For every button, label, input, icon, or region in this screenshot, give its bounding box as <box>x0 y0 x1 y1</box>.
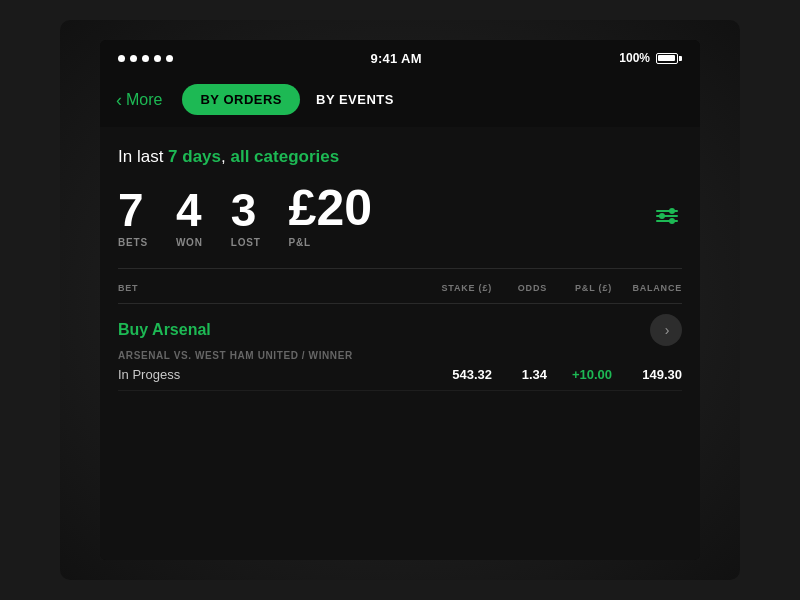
col-header-stake: STAKE (£) <box>412 277 492 295</box>
th-bet: BET <box>118 283 138 293</box>
col-header-odds: ODDS <box>492 277 547 295</box>
bet-pnl-value: +10.00 <box>547 367 612 382</box>
bet-balance-value: 149.30 <box>612 367 682 382</box>
bet-expand-button[interactable]: › <box>650 314 682 346</box>
status-bar: 9:41 AM 100% <box>100 40 700 76</box>
tab-by-orders[interactable]: BY ORDERS <box>182 84 300 115</box>
signal-dot-4 <box>154 55 161 62</box>
stat-lost-label: LOST <box>231 237 261 248</box>
filter-line-2 <box>656 215 678 217</box>
signal-dots <box>118 55 173 62</box>
filter-line-3 <box>656 220 678 222</box>
stat-bets-label: BETS <box>118 237 148 248</box>
battery-percent: 100% <box>619 51 650 65</box>
signal-dot-5 <box>166 55 173 62</box>
back-label: More <box>126 91 162 109</box>
stats-row: 7 BETS 4 WON 3 LOST £20 P&L <box>118 183 682 248</box>
status-time: 9:41 AM <box>370 51 421 66</box>
table-header: BET STAKE (£) ODDS P&L (£) BALANCE <box>118 268 682 304</box>
signal-dot-2 <box>130 55 137 62</box>
col-header-pnl: P&L (£) <box>547 277 612 295</box>
stat-pnl: £20 P&L <box>289 183 372 248</box>
signal-dot-1 <box>118 55 125 62</box>
bet-odds-value: 1.34 <box>492 367 547 382</box>
back-chevron-icon: ‹ <box>116 91 122 109</box>
bet-subtitle: ARSENAL VS. WEST HAM UNITED / WINNER <box>118 350 682 361</box>
battery-fill <box>658 55 675 61</box>
summary-categories: all categories <box>230 147 339 166</box>
th-odds: ODDS <box>518 283 547 293</box>
summary-header: In last 7 days, all categories <box>118 147 682 167</box>
phone-outer: 9:41 AM 100% ‹ More BY ORDERS BY EVENTS <box>60 20 740 580</box>
bet-chevron-icon: › <box>665 322 670 338</box>
bet-title[interactable]: Buy Arsenal <box>118 321 211 339</box>
nav-bar: ‹ More BY ORDERS BY EVENTS <box>100 76 700 127</box>
stat-won: 4 WON <box>176 187 203 248</box>
battery-area: 100% <box>619 51 682 65</box>
stat-won-label: WON <box>176 237 203 248</box>
filter-button[interactable] <box>652 206 682 226</box>
bet-stake-value: 543.32 <box>412 367 492 382</box>
battery-tip <box>679 56 682 61</box>
tab-by-events[interactable]: BY EVENTS <box>316 92 394 107</box>
tab-group: BY ORDERS BY EVENTS <box>182 84 394 115</box>
stat-pnl-label: P&L <box>289 237 311 248</box>
stat-bets: 7 BETS <box>118 187 148 248</box>
stat-won-value: 4 <box>176 187 202 233</box>
col-header-bet: BET <box>118 277 412 295</box>
bet-status: In Progess <box>118 367 412 382</box>
signal-dot-3 <box>142 55 149 62</box>
stat-lost-value: 3 <box>231 187 257 233</box>
col-header-balance: BALANCE <box>612 277 682 295</box>
th-balance: BALANCE <box>632 283 682 293</box>
table-row: Buy Arsenal › ARSENAL VS. WEST HAM UNITE… <box>118 304 682 391</box>
summary-prefix: In last <box>118 147 168 166</box>
summary-period: 7 days <box>168 147 221 166</box>
bet-data-row: In Progess 543.32 1.34 +10.00 149.30 <box>118 367 682 382</box>
bet-row-top: Buy Arsenal › <box>118 314 682 346</box>
battery-body <box>656 53 678 64</box>
filter-line-1 <box>656 210 678 212</box>
stat-lost: 3 LOST <box>231 187 261 248</box>
th-stake: STAKE (£) <box>441 283 492 293</box>
battery-icon <box>656 53 682 64</box>
main-content: In last 7 days, all categories 7 BETS 4 … <box>100 127 700 560</box>
phone-screen: 9:41 AM 100% ‹ More BY ORDERS BY EVENTS <box>100 40 700 560</box>
stat-pnl-value: £20 <box>289 183 372 233</box>
stat-bets-value: 7 <box>118 187 144 233</box>
back-button[interactable]: ‹ More <box>116 91 162 109</box>
th-pnl: P&L (£) <box>575 283 612 293</box>
